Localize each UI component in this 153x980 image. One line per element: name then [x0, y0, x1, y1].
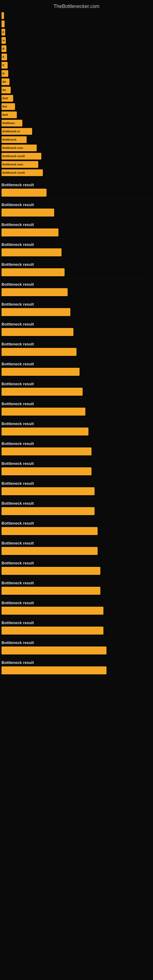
result-bar [2, 268, 65, 276]
result-title: Bottleneck result [2, 541, 151, 546]
chart-bar-row: Bo [2, 86, 153, 94]
chart-bar: B [2, 70, 8, 77]
chart-bar-row [2, 20, 153, 28]
result-bar-container [2, 428, 151, 436]
chart-bar: Bottleneck resu [2, 145, 37, 151]
result-item: Bottleneck result [2, 299, 151, 317]
result-divider [2, 577, 151, 578]
result-bar [2, 208, 54, 216]
chart-bar-label: E [2, 56, 4, 59]
result-bar-container [2, 368, 151, 376]
result-title: Bottleneck result [2, 640, 151, 645]
result-title: Bottleneck result [2, 581, 151, 585]
result-bar [2, 667, 107, 675]
result-divider [2, 557, 151, 558]
result-title: Bottleneck result [2, 242, 151, 247]
result-divider [2, 299, 151, 299]
result-bar [2, 607, 104, 615]
result-item: Bottleneck result [2, 399, 151, 417]
chart-bar [2, 12, 4, 19]
chart-bar-row: Bottleneck resu [2, 161, 153, 169]
chart-bar-row: B [2, 45, 153, 52]
chart-bar-row: E [2, 53, 153, 61]
chart-bar-label: Bottleneck result [2, 171, 25, 174]
result-bar-container [2, 467, 151, 475]
chart-bar-row: Bottleneck [2, 136, 153, 144]
result-bar [2, 567, 100, 575]
result-item: Bottleneck result [2, 200, 151, 218]
chart-bar: Bott [2, 95, 13, 102]
chart-bar-label: B [2, 47, 5, 50]
result-divider [2, 637, 151, 637]
result-bar [2, 328, 73, 336]
result-bar [2, 428, 88, 436]
result-divider [2, 538, 151, 538]
bars-container: EmBEEBBoBoBottBotBottBottlenecBottleneck… [2, 12, 153, 177]
result-bar-container [2, 388, 151, 396]
result-bar-container [2, 587, 151, 595]
result-bar-container [2, 567, 151, 575]
result-title: Bottleneck result [2, 202, 151, 207]
result-bar [2, 308, 70, 316]
result-bar-container [2, 248, 151, 256]
result-title: Bottleneck result [2, 561, 151, 565]
result-bar-container [2, 328, 151, 336]
chart-bar-label: Bottleneck [2, 138, 16, 141]
result-bar-container [2, 646, 151, 654]
result-divider [2, 239, 151, 239]
chart-bar [2, 21, 5, 27]
chart-area: EmBEEBBoBoBottBotBottBottlenecBottleneck… [0, 12, 153, 180]
chart-bar-label: m [2, 39, 5, 42]
chart-bar: E [2, 62, 8, 68]
chart-bar-label: Bottleneck resu [2, 163, 23, 166]
result-item: Bottleneck result [2, 479, 151, 496]
chart-bar-label: E [2, 30, 4, 34]
result-title: Bottleneck result [2, 461, 151, 466]
result-bar [2, 547, 97, 555]
result-bar [2, 487, 94, 495]
chart-bar-label: Bottleneck re [2, 130, 20, 133]
chart-bar-label: Bottlenec [2, 122, 15, 125]
result-bar [2, 248, 62, 256]
chart-bar-label: Bo [2, 89, 6, 92]
chart-bar: Bo [2, 87, 11, 94]
chart-bar: Bottleneck result [2, 153, 41, 159]
result-item: Bottleneck result [2, 519, 151, 536]
chart-bar: Bottlenec [2, 120, 22, 126]
result-bar [2, 388, 83, 396]
result-bar-container [2, 348, 151, 356]
result-divider [2, 358, 151, 359]
chart-bar-label: Bottleneck result [2, 155, 25, 158]
result-divider [2, 597, 151, 598]
chart-bar: Bott [2, 111, 17, 118]
chart-bar-row: Bottlenec [2, 119, 153, 127]
chart-bar-row: Bot [2, 103, 153, 111]
result-item: Bottleneck result [2, 260, 151, 277]
result-item: Bottleneck result [2, 538, 151, 556]
chart-bar: Bot [2, 103, 15, 110]
chart-bar-row [2, 12, 153, 20]
result-divider [2, 498, 151, 498]
result-item: Bottleneck result [2, 240, 151, 258]
result-bar-container [2, 288, 151, 296]
result-divider [2, 259, 151, 259]
result-bar-container [2, 268, 151, 276]
result-bar [2, 407, 85, 415]
result-bar [2, 229, 59, 236]
chart-bar-row: Bottleneck result [2, 152, 153, 160]
result-title: Bottleneck result [2, 362, 151, 366]
chart-bar: E [2, 29, 5, 35]
result-bar-container [2, 507, 151, 515]
chart-bar-row: E [2, 28, 153, 36]
chart-bar-row: m [2, 37, 153, 45]
result-bar [2, 447, 91, 455]
result-item: Bottleneck result [2, 499, 151, 516]
result-divider [2, 418, 151, 418]
result-bar-container [2, 527, 151, 535]
chart-bar: E [2, 54, 7, 60]
result-title: Bottleneck result [2, 183, 151, 187]
result-title: Bottleneck result [2, 222, 151, 227]
result-title: Bottleneck result [2, 501, 151, 506]
page-wrapper: TheBottlenecker.com EmBEEBBoBoBottBotBot… [0, 0, 153, 677]
result-item: Bottleneck result [2, 359, 151, 377]
